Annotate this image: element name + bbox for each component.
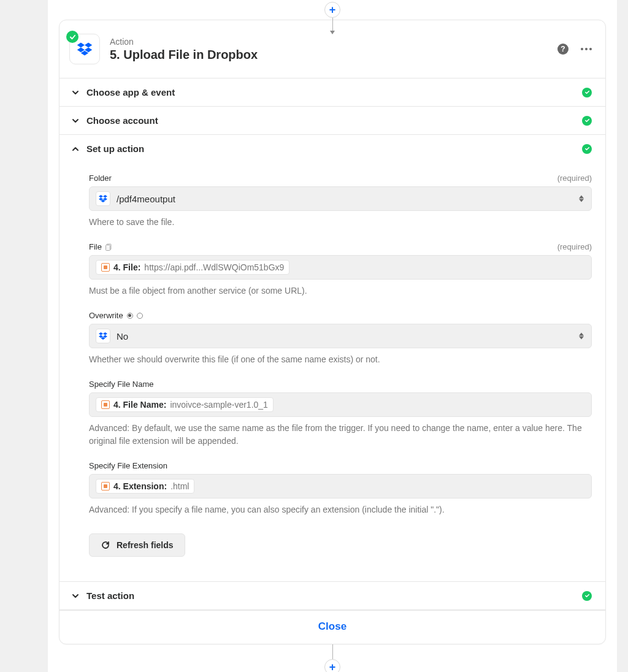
overwrite-label: Overwrite bbox=[89, 311, 123, 320]
connector-bottom: + bbox=[48, 644, 617, 672]
select-updown-icon bbox=[579, 333, 584, 340]
status-check-badge bbox=[66, 31, 78, 43]
radio-option-selected[interactable] bbox=[127, 313, 133, 319]
field-overwrite: Overwrite No Whether we should over bbox=[89, 311, 592, 366]
folder-value: /pdf4meoutput bbox=[117, 194, 175, 204]
header-actions: ? bbox=[557, 44, 592, 55]
select-updown-icon bbox=[579, 196, 584, 202]
setup-body: Folder (required) /pdf4meoutput Where to… bbox=[59, 174, 605, 581]
section-title: Set up action bbox=[86, 143, 144, 154]
chevron-down-icon bbox=[69, 89, 82, 96]
chevron-down-icon bbox=[69, 117, 82, 124]
field-file: File (required) 4. File: https://api.pdf… bbox=[89, 242, 592, 297]
section-row-test[interactable]: Test action bbox=[59, 582, 605, 609]
extension-input[interactable]: 4. Extension: .html bbox=[89, 474, 592, 498]
more-menu-button[interactable] bbox=[581, 48, 592, 50]
close-row: Close bbox=[59, 610, 605, 644]
section-row-setup[interactable]: Set up action bbox=[59, 135, 605, 162]
section-row-choose-account[interactable]: Choose account bbox=[59, 107, 605, 134]
refresh-icon bbox=[101, 540, 110, 550]
file-type-icon bbox=[105, 243, 113, 251]
field-extension: Specify File Extension 4. Extension: .ht… bbox=[89, 461, 592, 516]
radio-option[interactable] bbox=[137, 313, 143, 319]
folder-select[interactable]: /pdf4meoutput bbox=[89, 186, 592, 211]
pill-prefix: 4. File: bbox=[113, 262, 140, 272]
add-step-button-top[interactable]: + bbox=[324, 2, 340, 18]
chevron-down-icon bbox=[69, 592, 82, 600]
refresh-fields-button[interactable]: Refresh fields bbox=[89, 533, 185, 557]
pill-prefix: 4. File Name: bbox=[113, 400, 166, 410]
pill-value: .html bbox=[170, 481, 189, 491]
connector-top: + bbox=[324, 2, 340, 34]
mapped-field-icon bbox=[101, 482, 110, 491]
section-choose-account: Choose account bbox=[59, 107, 605, 135]
header-text: Action 5. Upload File in Dropbox bbox=[110, 37, 258, 62]
file-label: File bbox=[89, 242, 102, 251]
folder-label: Folder bbox=[89, 174, 112, 183]
help-icon[interactable]: ? bbox=[557, 44, 569, 55]
filename-input[interactable]: 4. File Name: invoivce-sample-ver1.0_1 bbox=[89, 392, 592, 417]
dropbox-icon bbox=[96, 191, 110, 206]
dropbox-icon bbox=[76, 40, 93, 58]
section-setup: Set up action Folder (required) bbox=[59, 135, 605, 582]
section-complete-badge bbox=[582, 144, 592, 154]
filename-pill[interactable]: 4. File Name: invoivce-sample-ver1.0_1 bbox=[96, 397, 274, 412]
overwrite-help: Whether we should overwrite this file (i… bbox=[89, 353, 592, 366]
extension-pill[interactable]: 4. Extension: .html bbox=[96, 479, 194, 494]
folder-help: Where to save the file. bbox=[89, 216, 592, 229]
connector-line bbox=[332, 644, 333, 659]
refresh-label: Refresh fields bbox=[117, 540, 174, 550]
overwrite-radio-group[interactable] bbox=[127, 313, 143, 319]
dropbox-icon bbox=[96, 329, 110, 343]
svg-rect-1 bbox=[105, 245, 110, 250]
overwrite-select[interactable]: No bbox=[89, 324, 592, 348]
file-help: Must be a file object from another servi… bbox=[89, 284, 592, 297]
section-title: Test action bbox=[86, 590, 134, 601]
app-icon-wrap bbox=[69, 34, 100, 64]
section-test: Test action bbox=[59, 582, 605, 610]
pill-prefix: 4. Extension: bbox=[113, 481, 167, 491]
file-input[interactable]: 4. File: https://api.pdf...WdlSWQiOm51bG… bbox=[89, 255, 592, 280]
filename-help: Advanced: By default, we use the same na… bbox=[89, 422, 592, 448]
pill-value: invoivce-sample-ver1.0_1 bbox=[170, 400, 268, 410]
arrow-down-icon bbox=[330, 31, 335, 34]
section-row-choose-app[interactable]: Choose app & event bbox=[59, 78, 605, 106]
header-title: 5. Upload File in Dropbox bbox=[110, 48, 258, 62]
required-tag: (required) bbox=[557, 174, 592, 183]
section-complete-badge bbox=[582, 88, 592, 97]
header-type-label: Action bbox=[110, 37, 258, 47]
action-card: + Action 5. Upload File in Dropbox bbox=[59, 20, 606, 644]
extension-label: Specify File Extension bbox=[89, 461, 167, 470]
pill-value: https://api.pdf...WdlSWQiOm51bGx9 bbox=[144, 262, 284, 272]
section-complete-badge bbox=[582, 116, 592, 126]
mapped-field-icon bbox=[101, 400, 110, 409]
close-button[interactable]: Close bbox=[318, 620, 347, 632]
extension-help: Advanced: If you specify a file name, yo… bbox=[89, 503, 592, 516]
connector-line bbox=[332, 18, 333, 31]
file-pill[interactable]: 4. File: https://api.pdf...WdlSWQiOm51bG… bbox=[96, 260, 289, 275]
page-container: + Action 5. Upload File in Dropbox bbox=[48, 0, 617, 672]
section-title: Choose account bbox=[86, 115, 158, 126]
mapped-field-icon bbox=[101, 263, 110, 272]
overwrite-value: No bbox=[117, 331, 128, 342]
required-tag: (required) bbox=[557, 242, 592, 251]
field-filename: Specify File Name 4. File Name: invoivce… bbox=[89, 380, 592, 448]
field-folder: Folder (required) /pdf4meoutput Where to… bbox=[89, 174, 592, 229]
chevron-up-icon bbox=[69, 145, 82, 153]
filename-label: Specify File Name bbox=[89, 380, 153, 389]
section-complete-badge bbox=[582, 591, 592, 601]
section-choose-app: Choose app & event bbox=[59, 78, 605, 107]
add-step-button-bottom[interactable]: + bbox=[324, 659, 340, 672]
section-title: Choose app & event bbox=[86, 87, 175, 97]
check-icon bbox=[69, 34, 76, 40]
